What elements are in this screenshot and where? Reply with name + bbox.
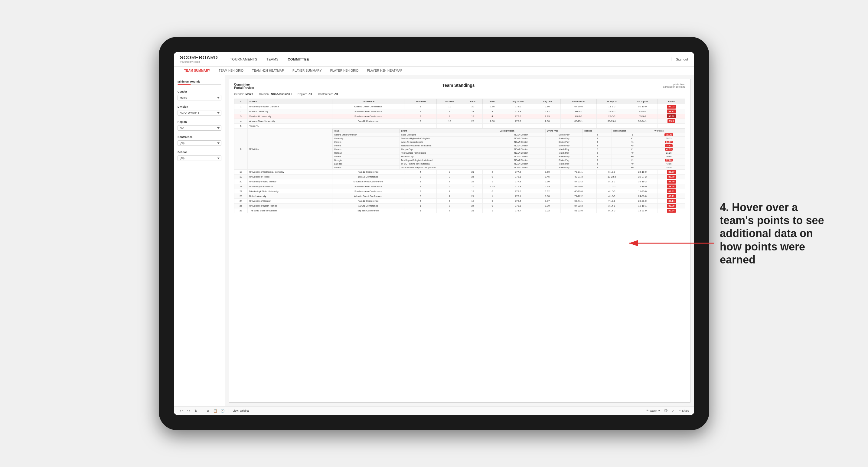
watch-btn[interactable]: 👁 Watch ▾ xyxy=(646,409,660,412)
cell-wins: 1.45 xyxy=(483,184,502,189)
tooltip-row: East Tee OFCC Fighting Illini Invitation… xyxy=(332,162,685,166)
points-badge[interactable]: 88.70 xyxy=(667,175,676,179)
tooltip-team: Univers xyxy=(332,166,400,169)
bottom-toolbar: ↩ ↪ ↻ ⧉ 📋 🕐 View: Original 👁 Watch ▾ 💬 ⤢ xyxy=(174,406,694,415)
table-row[interactable]: 22 Mississippi State University Southeas… xyxy=(235,189,685,194)
points-badge[interactable]: 88.71 xyxy=(667,194,676,198)
tooltip-rank-impact: -1 xyxy=(612,133,653,137)
cell-points[interactable]: 80.94 xyxy=(658,208,685,213)
tab-player-h2h-heatmap[interactable]: PLAYER H2H HEATMAP xyxy=(363,66,406,75)
view-original-btn[interactable]: View: Original xyxy=(232,409,249,412)
cell-points[interactable]: 97.02 xyxy=(658,104,685,109)
table-row[interactable]: 25 University of North Florida ASUN Conf… xyxy=(235,204,685,208)
sub-nav: TEAM SUMMARY TEAM H2H GRID TEAM H2H HEAT… xyxy=(174,66,694,75)
table-row[interactable]: 6 Univers... Team Event Event Di xyxy=(235,129,685,170)
nav-committee[interactable]: COMMITTEE xyxy=(288,56,309,62)
points-badge[interactable]: 83.81 xyxy=(667,189,676,193)
points-badge[interactable]: 88.14 xyxy=(667,199,676,203)
cell-points[interactable] xyxy=(658,124,685,129)
cell-avg-sg: 1.30 xyxy=(534,204,561,208)
points-badge[interactable]: 88.48 xyxy=(667,185,676,188)
undo-icon[interactable]: ↩ xyxy=(179,408,184,413)
table-row[interactable]: 24 University of Oregon Pac-12 Conferenc… xyxy=(235,199,685,204)
table-row[interactable]: 18 University of California, Berkeley Pa… xyxy=(235,170,685,175)
points-badge[interactable]: 79.5 xyxy=(668,119,675,123)
cell-points[interactable]: 88.71 xyxy=(658,194,685,199)
top-nav: SCOREBOARD Powered by clippd TOURNAMENTS… xyxy=(174,52,694,66)
tooltip-col-event: Event xyxy=(400,129,498,133)
nav-tournaments[interactable]: TOURNAMENTS xyxy=(230,56,257,62)
cell-rnds: 26 xyxy=(463,119,483,124)
share-btn[interactable]: ↗ Share xyxy=(678,409,689,412)
cell-adj-score xyxy=(502,124,534,129)
cell-no-tour: 8 xyxy=(436,114,463,119)
feedback-btn[interactable]: 💬 xyxy=(664,409,668,412)
paste-icon[interactable]: 📋 xyxy=(213,408,218,413)
tooltip-event-type: Stroke Play xyxy=(545,158,583,162)
points-badge[interactable]: 83.89 xyxy=(667,204,676,208)
cell-avg-sg xyxy=(534,124,561,129)
cell-points[interactable]: 83.81 xyxy=(658,189,685,194)
table-row[interactable]: 26 The Ohio State University Big Ten Con… xyxy=(235,208,685,213)
refresh-icon[interactable]: ↻ xyxy=(193,408,198,413)
points-badge[interactable]: 93.31 xyxy=(667,110,676,114)
points-badge[interactable]: 80.94 xyxy=(667,209,676,213)
cell-low-overall: 63-5-0 xyxy=(561,114,596,119)
logo-sub: Powered by clippd xyxy=(180,61,218,63)
tab-team-summary[interactable]: TEAM SUMMARY xyxy=(180,66,214,75)
cell-adj-score: 278.1 xyxy=(502,175,534,179)
cell-school: The Ohio State University xyxy=(247,208,332,213)
division-select[interactable]: NCAA Division I NCAA Division II xyxy=(178,110,221,116)
clock-icon[interactable]: 🕐 xyxy=(220,408,225,413)
cell-low-overall: 86-4-0 xyxy=(561,109,596,114)
redo-icon[interactable]: ↪ xyxy=(186,408,191,413)
cell-avg-sg: 2.86 xyxy=(534,104,561,109)
tab-team-h2h-heatmap[interactable]: TEAM H2H HEATMAP xyxy=(248,66,288,75)
tab-player-h2h-grid[interactable]: PLAYER H2H GRID xyxy=(326,66,363,75)
points-badge-highlight[interactable]: 90.32 xyxy=(667,114,676,118)
cell-points[interactable]: 88.14 xyxy=(658,199,685,204)
copy-icon[interactable]: ⧉ xyxy=(206,408,211,413)
tab-player-summary[interactable]: PLAYER SUMMARY xyxy=(288,66,326,75)
expand-btn[interactable]: ⤢ xyxy=(672,409,674,412)
gender-select[interactable]: Men's Women's xyxy=(178,95,221,100)
points-badge[interactable]: 88.49 xyxy=(667,180,676,184)
table-row[interactable]: 23 Duke University Atlantic Coast Confer… xyxy=(235,194,685,199)
cell-points[interactable]: 88.70 xyxy=(658,175,685,179)
table-row[interactable]: 3 Vanderbilt University Southeastern Con… xyxy=(235,114,685,119)
filter-conference-label: Conference: xyxy=(318,93,333,96)
table-row[interactable]: 20 University of New Mexico Mountain Wes… xyxy=(235,179,685,184)
sign-out-link[interactable]: Sign out xyxy=(671,58,688,61)
cell-points[interactable]: 83.89 xyxy=(658,204,685,208)
tooltip-event-div: NCAA Division I xyxy=(498,133,545,137)
tab-team-h2h-grid[interactable]: TEAM H2H GRID xyxy=(214,66,248,75)
cell-points[interactable]: 88.49 xyxy=(658,179,685,184)
update-time-area: Update time: 13/03/2024 10:03:42 xyxy=(663,83,685,88)
table-row[interactable]: 2 Auburn University Southeastern Confere… xyxy=(235,109,685,114)
tooltip-w-points: 50.66 xyxy=(653,155,685,158)
cell-points[interactable]: 83.07 xyxy=(658,170,685,175)
points-badge[interactable]: 83.07 xyxy=(667,170,676,174)
cell-points[interactable]: 79.5 xyxy=(658,119,685,124)
tooltip-rank-impact: +0 xyxy=(612,166,653,169)
table-row[interactable]: 1 University of North Carolina Atlantic … xyxy=(235,104,685,109)
region-select[interactable]: N/A All xyxy=(178,125,221,131)
cell-points[interactable]: 88.48 xyxy=(658,184,685,189)
cell-rank: 24 xyxy=(235,199,248,204)
cell-wins: 4 xyxy=(483,109,502,114)
cell-vs-top-25: 9-14-0 xyxy=(596,208,627,213)
table-row[interactable]: 4 Arizona State University Pac-12 Confer… xyxy=(235,119,685,124)
rounds-slider[interactable] xyxy=(178,84,221,85)
cell-points[interactable]: 90.32 xyxy=(658,114,685,119)
conference-select[interactable]: (All) xyxy=(178,141,221,146)
school-select[interactable]: (All) xyxy=(178,155,221,161)
table-row[interactable]: 5 Texas T... xyxy=(235,124,685,129)
cell-school: Duke University xyxy=(247,194,332,199)
cell-points[interactable]: 93.31 xyxy=(658,109,685,114)
table-row[interactable]: 21 University of Alabama Southeastern Co… xyxy=(235,184,685,189)
nav-teams[interactable]: TEAMS xyxy=(267,56,279,62)
cell-avg-sg: 1.45 xyxy=(534,175,561,179)
points-badge[interactable]: 97.02 xyxy=(667,105,676,108)
cell-vs-top-50: 35-4-0 xyxy=(627,109,657,114)
table-row[interactable]: 19 University of Texas Big 12 Conference… xyxy=(235,175,685,179)
